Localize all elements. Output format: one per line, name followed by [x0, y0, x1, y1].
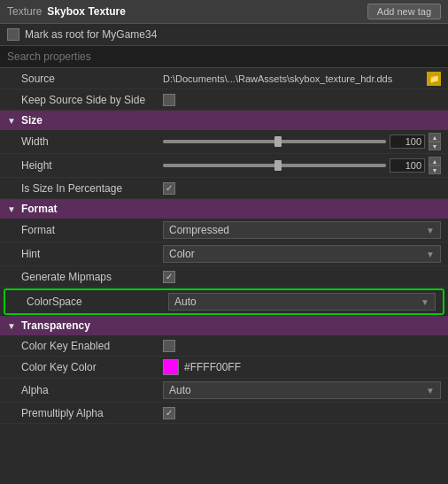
format-row: Format Compressed ▼ [0, 219, 448, 242]
hint-dropdown-value: Color [169, 248, 195, 260]
size-arrow-icon: ▼ [7, 116, 16, 126]
width-spin-up[interactable]: ▲ [429, 133, 441, 142]
colorspace-label: ColorSpace [27, 296, 168, 308]
is-size-pct-value [163, 182, 441, 195]
color-key-swatch[interactable] [163, 359, 179, 375]
width-label: Width [21, 135, 163, 148]
transparency-section-title: Transparency [21, 319, 90, 332]
height-label: Height [21, 159, 163, 172]
hint-dropdown-arrow: ▼ [426, 250, 435, 259]
alpha-value: Auto ▼ [163, 381, 441, 399]
keep-source-row: Keep Source Side by Side [0, 89, 448, 111]
premultiply-alpha-value [163, 407, 441, 419]
colorspace-row: ColorSpace Auto ▼ [4, 288, 444, 315]
hint-row: Hint Color ▼ [0, 242, 448, 266]
format-label: Format [21, 224, 163, 236]
is-size-pct-checkbox[interactable] [163, 182, 175, 195]
source-label: Source [21, 73, 163, 85]
mark-root-row: Mark as root for MyGame34 [0, 24, 448, 46]
colorspace-dropdown-arrow: ▼ [421, 297, 429, 307]
format-dropdown[interactable]: Compressed ▼ [163, 221, 441, 239]
color-key-hex: #FFFF00FF [184, 361, 241, 373]
width-slider-thumb [274, 136, 282, 147]
height-spinner: ▲ ▼ [429, 157, 441, 174]
is-size-pct-label: Is Size In Percentage [21, 182, 163, 195]
add-tag-button[interactable]: Add new tag [367, 4, 441, 19]
width-input[interactable] [390, 134, 425, 149]
color-key-enabled-label: Color Key Enabled [21, 340, 163, 352]
source-path: D:\Documents\...\RawAssets\skybox_textur… [163, 73, 423, 84]
premultiply-alpha-checkbox[interactable] [163, 407, 175, 419]
hint-value: Color ▼ [163, 245, 441, 263]
height-slider[interactable] [163, 164, 386, 167]
keep-source-checkbox[interactable] [163, 94, 175, 106]
format-section-title: Format [21, 203, 58, 215]
alpha-label: Alpha [21, 384, 163, 396]
format-dropdown-value: Compressed [169, 224, 229, 236]
generate-mipmaps-checkbox[interactable] [163, 271, 175, 283]
transparency-arrow-icon: ▼ [7, 321, 16, 331]
mark-root-label: Mark as root for MyGame34 [25, 28, 157, 41]
mark-root-checkbox[interactable] [7, 28, 19, 41]
width-value: ▲ ▼ [163, 133, 441, 150]
color-key-color-row: Color Key Color #FFFF00FF [0, 357, 448, 379]
format-arrow-icon: ▼ [7, 204, 16, 214]
generate-mipmaps-row: Generate Mipmaps [0, 266, 448, 288]
width-slider[interactable] [163, 140, 386, 143]
format-dropdown-arrow: ▼ [426, 226, 435, 235]
color-key-enabled-checkbox[interactable] [163, 340, 175, 352]
width-spinner: ▲ ▼ [429, 133, 441, 150]
height-spin-up[interactable]: ▲ [429, 157, 441, 165]
keep-source-label: Keep Source Side by Side [21, 94, 163, 106]
generate-mipmaps-label: Generate Mipmaps [21, 271, 163, 283]
source-value-container: D:\Documents\...\RawAssets\skybox_textur… [163, 72, 441, 86]
keep-source-value [163, 94, 441, 106]
alpha-dropdown[interactable]: Auto ▼ [163, 381, 441, 399]
height-spin-down[interactable]: ▼ [429, 165, 441, 174]
height-slider-thumb [274, 160, 282, 171]
format-value: Compressed ▼ [163, 221, 441, 239]
size-section-header[interactable]: ▼ Size [0, 111, 448, 130]
hint-dropdown[interactable]: Color ▼ [163, 245, 441, 263]
colorspace-value: Auto ▼ [168, 293, 436, 311]
alpha-row: Alpha Auto ▼ [0, 379, 448, 403]
color-key-color-value: #FFFF00FF [163, 359, 441, 375]
width-slider-container: ▲ ▼ [163, 133, 441, 150]
transparency-section-header[interactable]: ▼ Transparency [0, 316, 448, 335]
colorspace-dropdown[interactable]: Auto ▼ [168, 293, 436, 311]
height-value: ▲ ▼ [163, 157, 441, 174]
top-bar: Texture Skybox Texture Add new tag [0, 0, 448, 24]
height-slider-container: ▲ ▼ [163, 157, 441, 174]
color-key-enabled-value [163, 340, 441, 352]
source-row: Source D:\Documents\...\RawAssets\skybox… [0, 68, 448, 89]
alpha-dropdown-arrow: ▼ [426, 386, 435, 396]
color-key-enabled-row: Color Key Enabled [0, 335, 448, 357]
hint-label: Hint [21, 248, 163, 260]
top-bar-left: Texture Skybox Texture [7, 5, 126, 18]
width-row: Width ▲ ▼ [0, 130, 448, 154]
generate-mipmaps-value [163, 271, 441, 283]
texture-label: Texture [7, 5, 42, 18]
texture-name: Skybox Texture [47, 5, 125, 18]
color-key-color-label: Color Key Color [21, 361, 163, 373]
source-browse-icon[interactable]: 📁 [427, 72, 441, 86]
premultiply-alpha-label: Premultiply Alpha [21, 407, 163, 419]
height-row: Height ▲ ▼ [0, 154, 448, 178]
format-section-header[interactable]: ▼ Format [0, 199, 448, 219]
search-input[interactable] [0, 46, 448, 68]
colorspace-dropdown-value: Auto [174, 296, 197, 308]
size-section-title: Size [21, 114, 42, 127]
height-input[interactable] [390, 158, 425, 173]
width-spin-down[interactable]: ▼ [429, 142, 441, 150]
is-size-pct-row: Is Size In Percentage [0, 178, 448, 199]
premultiply-alpha-row: Premultiply Alpha [0, 403, 448, 424]
alpha-dropdown-value: Auto [169, 384, 191, 396]
